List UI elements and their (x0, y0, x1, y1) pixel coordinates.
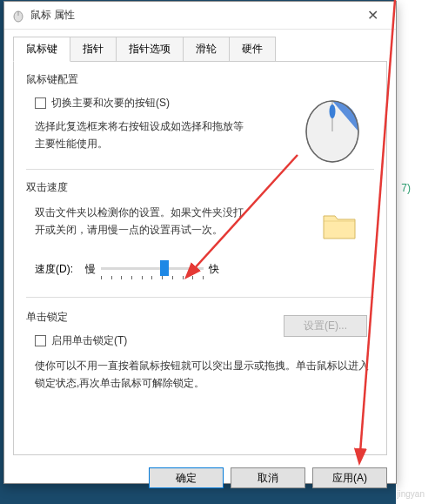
click-lock-label: 启用单击锁定(T) (51, 333, 127, 348)
titlebar: 鼠标 属性 ✕ (4, 2, 396, 30)
tab-hardware[interactable]: 硬件 (229, 37, 276, 61)
speed-slow-label: 慢 (85, 262, 96, 277)
divider (26, 297, 374, 298)
speed-row: 速度(D): 慢 快 (35, 259, 374, 281)
tab-content: 鼠标键配置 切换主要和次要的按钮(S) 选择此复选框来将右按钮设成如选择和拖放等… (13, 61, 387, 455)
tab-pointers[interactable]: 指针 (70, 37, 117, 61)
click-lock-section: 单击锁定 启用单击锁定(T) 设置(E)... 使你可以不用一直按着鼠标按钮就可… (26, 310, 374, 393)
speed-slider[interactable] (101, 259, 204, 281)
apply-button[interactable]: 应用(A) (312, 467, 387, 488)
folder-icon[interactable] (322, 211, 357, 242)
close-button[interactable]: ✕ (353, 3, 392, 28)
watermark: jingyan (397, 489, 425, 499)
tab-mouse-buttons[interactable]: 鼠标键 (13, 37, 70, 62)
double-click-section: 双击速度 双击文件夹以检测你的设置。如果文件夹没打开或关闭，请用慢一点的设置再试… (26, 180, 374, 281)
swap-buttons-desc: 选择此复选框来将右按钮设成如选择和拖放等主要性能使用。 (35, 118, 252, 153)
svg-point-4 (330, 104, 336, 118)
swap-buttons-checkbox[interactable] (35, 97, 46, 109)
section-title: 鼠标键配置 (26, 72, 374, 87)
click-lock-checkbox[interactable] (35, 335, 46, 346)
tab-pointer-options[interactable]: 指针选项 (116, 37, 184, 61)
mouse-icon (11, 9, 25, 23)
tab-wheel[interactable]: 滑轮 (183, 37, 230, 61)
cancel-button[interactable]: 取消 (231, 467, 305, 488)
mouse-properties-dialog: 鼠标 属性 ✕ 鼠标键 指针 指针选项 滑轮 硬件 鼠标键配置 切换主要和次要的… (3, 1, 397, 484)
window-title: 鼠标 属性 (30, 8, 353, 23)
swap-buttons-label: 切换主要和次要的按钮(S) (51, 96, 170, 111)
tab-bar: 鼠标键 指针 指针选项 滑轮 硬件 (4, 30, 396, 61)
speed-label: 速度(D): (35, 262, 73, 277)
mouse-illustration (296, 90, 370, 164)
slider-thumb[interactable] (160, 260, 169, 276)
bg-hint: 7) (401, 182, 411, 194)
section-title: 双击速度 (26, 180, 374, 195)
click-lock-desc: 使你可以不用一直按着鼠标按钮就可以突出显示或拖拽。单击鼠标以进入锁定状态,再次单… (35, 357, 374, 393)
double-click-desc: 双击文件夹以检测你的设置。如果文件夹没打开或关闭，请用慢一点的设置再试一次。 (35, 204, 252, 239)
ok-button[interactable]: 确定 (149, 467, 224, 488)
dialog-buttons: 确定 取消 应用(A) (4, 462, 396, 495)
button-config-section: 鼠标键配置 切换主要和次要的按钮(S) 选择此复选框来将右按钮设成如选择和拖放等… (26, 72, 374, 153)
settings-button: 设置(E)... (284, 315, 367, 337)
speed-fast-label: 快 (209, 262, 219, 277)
divider (26, 169, 374, 170)
